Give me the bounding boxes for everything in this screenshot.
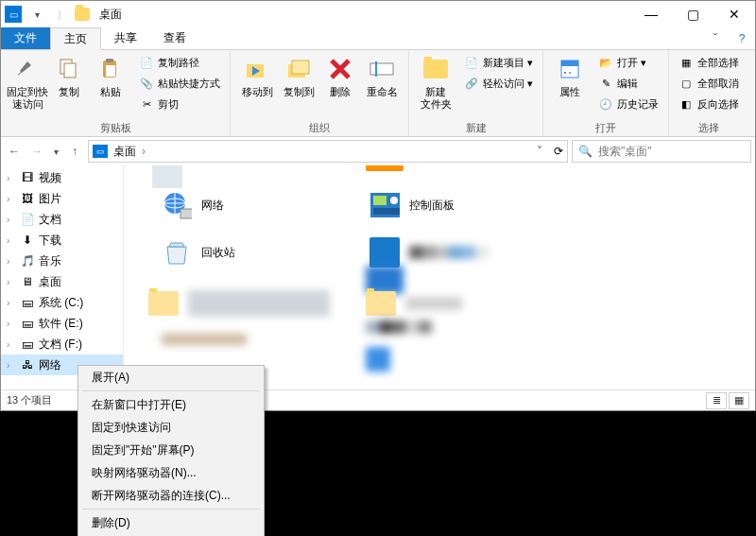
doc-icon: 📄 (20, 212, 35, 227)
tree-item-label: 桌面 (39, 274, 61, 290)
navigation-tree[interactable]: ›🎞视频›🖼图片›📄文档›⬇下载›🎵音乐›🖥桌面›🖴系统 (C:)›🖴软件 (E… (1, 165, 124, 389)
close-button[interactable]: ✕ (713, 1, 755, 27)
menu-item[interactable]: 在新窗口中打开(E) (78, 393, 264, 416)
properties-button[interactable]: 属性 (549, 52, 591, 98)
copy-to-button[interactable]: 复制到 (278, 52, 319, 98)
address-text: 桌面 (113, 144, 136, 160)
select-none-button[interactable]: ▢全部取消 (675, 73, 743, 94)
paste-button[interactable]: 粘贴 (90, 52, 131, 98)
tab-home[interactable]: 主页 (50, 27, 101, 50)
help-icon[interactable]: ? (729, 27, 755, 49)
chevron-right-icon[interactable]: › (7, 360, 16, 371)
edit-button[interactable]: ✎编辑 (594, 73, 662, 94)
pin-to-quick-access-button[interactable]: 固定到快 速访问 (7, 52, 48, 111)
svg-rect-16 (180, 209, 192, 218)
tree-item-label: 网络 (39, 357, 61, 373)
chevron-right-icon[interactable]: › (7, 173, 16, 183)
tree-item-文档 (F:)[interactable]: ›🖴文档 (F:) (1, 334, 123, 354)
blur-item (148, 288, 330, 319)
menu-separator (82, 390, 260, 391)
file-item-网络[interactable]: 网络 (162, 190, 224, 220)
easy-access-button[interactable]: 🔗轻松访问 ▾ (460, 73, 537, 94)
maximize-button[interactable]: ▢ (672, 1, 713, 27)
open-button[interactable]: 📂打开 ▾ (594, 52, 662, 73)
tree-item-软件 (E:)[interactable]: ›🖴软件 (E:) (1, 313, 123, 334)
back-button[interactable]: ← (5, 141, 24, 162)
address-dropdown-icon[interactable]: ˅ (537, 145, 542, 158)
qat-chev-icon[interactable]: ▾ (29, 7, 44, 22)
menu-item[interactable]: 固定到快速访问 (78, 416, 264, 439)
chevron-right-icon[interactable]: › (7, 339, 16, 350)
titlebar: ▭ ▾ | 桌面 — ▢ ✕ (1, 1, 755, 27)
tab-file[interactable]: 文件 (1, 27, 50, 49)
main-area: ›🎞视频›🖼图片›📄文档›⬇下载›🎵音乐›🖥桌面›🖴系统 (C:)›🖴软件 (E… (1, 165, 755, 389)
new-item-button[interactable]: 📄新建项目 ▾ (460, 52, 537, 73)
context-menu: 展开(A)在新窗口中打开(E)固定到快速访问固定到"开始"屏幕(P)映射网络驱动… (77, 365, 265, 536)
music-icon: 🎵 (20, 253, 35, 268)
drive-icon: 🖴 (20, 316, 35, 331)
chevron-right-icon[interactable]: › (7, 235, 16, 246)
tree-item-视频[interactable]: ›🎞视频 (1, 167, 123, 188)
copy-button[interactable]: 复制 (48, 52, 90, 98)
forward-button[interactable]: → (27, 141, 46, 162)
svg-point-12 (564, 72, 566, 74)
copy-path-button[interactable]: 📄复制路径 (135, 52, 224, 73)
invert-selection-button[interactable]: ◧反向选择 (675, 94, 743, 114)
cut-button[interactable]: ✂剪切 (135, 94, 224, 114)
rename-button[interactable]: 重命名 (361, 52, 403, 98)
app-icon: ▭ (5, 6, 22, 23)
tab-share[interactable]: 共享 (101, 27, 150, 49)
ribbon-collapse-icon[interactable]: ˇ (702, 27, 729, 49)
tree-item-桌面[interactable]: ›🖥桌面 (1, 271, 123, 292)
refresh-button[interactable]: ⟳ (554, 145, 563, 158)
paste-shortcut-button[interactable]: 📎粘贴快捷方式 (135, 73, 224, 94)
minimize-button[interactable]: — (630, 1, 672, 27)
menu-item[interactable]: 固定到"开始"屏幕(P) (78, 439, 264, 461)
menu-item[interactable]: 映射网络驱动器(N)... (78, 461, 264, 484)
drive-icon: 🖴 (20, 337, 35, 352)
properties-icon (555, 54, 585, 84)
address-chev-icon[interactable]: › (142, 145, 146, 158)
select-all-button[interactable]: ▦全部选择 (675, 52, 743, 73)
tree-item-图片[interactable]: ›🖼图片 (1, 188, 123, 209)
view-buttons: ≣ ▦ (706, 392, 749, 409)
chevron-right-icon[interactable]: › (7, 215, 16, 225)
tree-item-文档[interactable]: ›📄文档 (1, 209, 123, 230)
view-details-button[interactable]: ≣ (706, 392, 727, 409)
content-pane[interactable]: 网络回收站控制面板 (124, 165, 755, 389)
newfolder-icon (421, 54, 451, 84)
recent-locations-button[interactable]: ▾ (50, 141, 61, 162)
delete-button[interactable]: 删除 (319, 52, 361, 98)
file-item-回收站[interactable]: 回收站 (162, 237, 235, 268)
new-folder-button[interactable]: 新建 文件夹 (415, 52, 456, 111)
menu-item[interactable]: 展开(A) (78, 366, 264, 389)
search-input[interactable]: 🔍 搜索"桌面" (572, 140, 751, 163)
chevron-right-icon[interactable]: › (7, 194, 16, 204)
chevron-right-icon[interactable]: › (7, 298, 16, 308)
file-item-控制面板[interactable]: 控制面板 (369, 190, 455, 220)
svg-rect-2 (64, 63, 76, 78)
invert-icon: ◧ (679, 96, 694, 112)
delete-icon (325, 54, 355, 84)
tree-item-系统 (C:)[interactable]: ›🖴系统 (C:) (1, 292, 123, 313)
cpanel-icon (369, 190, 400, 220)
address-bar[interactable]: ▭ 桌面 › ˅ ⟳ (88, 140, 568, 163)
svg-rect-18 (373, 196, 387, 205)
menu-item[interactable]: 删除(D) (78, 511, 264, 534)
file-item-label: 网络 (201, 198, 224, 214)
chevron-right-icon[interactable]: › (7, 277, 16, 287)
up-button[interactable]: ↑ (65, 141, 84, 162)
folder-icon (148, 288, 179, 319)
chevron-right-icon[interactable]: › (7, 319, 16, 329)
svg-rect-5 (106, 65, 115, 77)
chevron-right-icon[interactable]: › (7, 256, 16, 267)
view-icons-button[interactable]: ▦ (729, 392, 749, 409)
video-icon: 🎞 (20, 170, 35, 185)
tree-item-音乐[interactable]: ›🎵音乐 (1, 251, 123, 271)
drive-icon: 🖴 (20, 295, 35, 310)
tree-item-下载[interactable]: ›⬇下载 (1, 230, 123, 251)
history-button[interactable]: 🕘历史记录 (594, 94, 662, 114)
tab-view[interactable]: 查看 (150, 27, 199, 49)
move-to-button[interactable]: 移动到 (236, 52, 278, 98)
menu-item[interactable]: 断开网络驱动器的连接(C)... (78, 484, 264, 507)
